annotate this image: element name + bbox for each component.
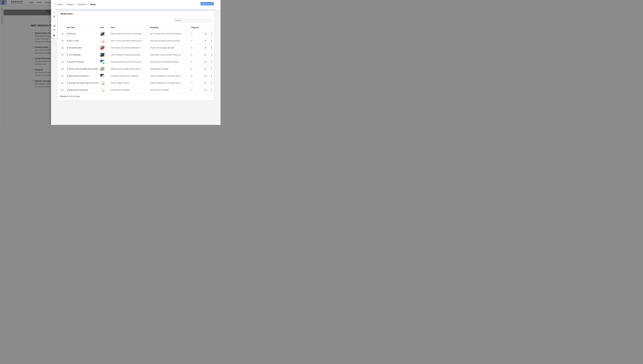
row-titel-cell: Krachtige salestool voor Labelfresh. (111, 75, 150, 77)
publish-website-button[interactable]: publish website (200, 2, 214, 5)
list-title: Contentcreatie (35, 46, 48, 48)
toolbar-divider (52, 23, 56, 23)
foto-thumbnail[interactable] (100, 81, 104, 85)
edit-row-button[interactable] (204, 82, 207, 84)
list-title: Sitegroei (35, 69, 43, 71)
logo-diamond-icon (3, 2, 5, 4)
breakpoint-label: Base - all resolutions (1, 8, 3, 24)
status-dot (67, 68, 68, 70)
nav-item-project[interactable]: Project (29, 2, 34, 3)
status-dot (67, 90, 68, 90)
row-item-title-cell: Media bericht voorbeeld (67, 89, 100, 91)
logo-title: GRAFICA (9, 1, 25, 3)
rows-count-status: Showing 1 to 9 of 9 rows (60, 95, 80, 97)
row-item-title-cell: SEO tips (67, 33, 100, 35)
search-input[interactable] (174, 18, 212, 22)
filter-button[interactable] (52, 28, 57, 32)
close-icon[interactable]: ✕ (53, 2, 57, 6)
breadcrumb-settings[interactable]: Settings (67, 4, 73, 6)
item-title-text: Employer branding (69, 61, 84, 63)
breadcrumb-current-media: Media (90, 4, 96, 6)
foto-thumbnail[interactable] (100, 88, 104, 92)
save-button[interactable] (52, 33, 57, 37)
kebab-menu-icon[interactable] (210, 54, 213, 56)
hero-wedge-shape (45, 10, 51, 15)
row-checkbox-cell (60, 82, 67, 84)
media-items-card: Media Items Item Title Foto Titel Ondert… (58, 10, 214, 100)
pencil-icon (204, 75, 206, 77)
row-checkbox[interactable] (62, 68, 63, 70)
edit-row-button[interactable] (204, 46, 207, 49)
breadcrumb-home[interactable]: Home (58, 4, 63, 6)
row-checkbox[interactable] (62, 47, 63, 49)
column-header-foto: Foto (100, 26, 111, 28)
kebab-menu-icon[interactable] (210, 32, 213, 35)
row-item-title-cell: Ai in marketing (67, 54, 100, 56)
table-row: Employer brandingEmployer branding: hoe … (60, 58, 212, 65)
kebab-menu-icon[interactable] (210, 88, 213, 92)
select-all-button[interactable] (52, 14, 57, 18)
row-item-title-cell: SEO vs SEA (67, 40, 100, 42)
row-checkbox[interactable] (62, 75, 63, 77)
foto-thumbnail[interactable] (100, 60, 104, 64)
table-body: SEO tipsSEO: wat kan je zelf doen en hoe… (60, 30, 212, 94)
foto-thumbnail[interactable] (100, 39, 104, 42)
row-titel-cell: Hoe Grafica met slimme webmodules … (111, 47, 150, 49)
delete-button[interactable] (52, 18, 57, 22)
foto-thumbnail[interactable] (100, 67, 104, 71)
edit-row-button[interactable] (204, 68, 207, 70)
row-titel-cell: Tease. Trigger. Convert. (111, 82, 150, 84)
nav-item-media[interactable]: Media (37, 2, 42, 3)
row-checkbox[interactable] (62, 82, 63, 84)
row-volgorde-cell: 9 (191, 75, 203, 77)
pencil-icon (204, 54, 206, 56)
item-title-text: Waarom print nog altijd indruk maakt in … (69, 68, 100, 70)
row-ondertitel-cell: Tastbaarheid die bijblijft (150, 68, 191, 70)
row-checkbox[interactable] (62, 54, 63, 56)
foto-thumbnail[interactable] (100, 46, 104, 50)
row-volgorde-cell: 7 (191, 82, 203, 84)
foto-thumbnail[interactable] (100, 74, 104, 78)
edit-row-button[interactable] (204, 40, 207, 42)
edit-row-button[interactable] (204, 60, 207, 63)
kebab-menu-icon[interactable] (210, 40, 213, 42)
row-checkbox-cell (60, 33, 67, 34)
foto-thumbnail[interactable] (100, 32, 104, 36)
trash-icon (53, 19, 55, 22)
row-ondertitel-cell: SEO is geen trucje, maar een combinat… (150, 33, 191, 35)
kebab-menu-icon[interactable] (210, 60, 213, 63)
row-volgorde-cell: 8 (191, 89, 203, 91)
breadcrumb-collections[interactable]: Collections (77, 4, 86, 6)
kebab-menu-icon[interactable] (210, 82, 213, 84)
site-logo-mark (0, 0, 7, 5)
foto-thumbnail[interactable] (100, 53, 104, 57)
row-volgorde-cell: 6 (191, 68, 203, 70)
list-title: Mediamodule & FA (35, 32, 52, 34)
row-checkbox[interactable] (62, 40, 63, 42)
list-view-button[interactable] (52, 24, 57, 28)
row-foto-cell (100, 60, 111, 64)
add-item-button[interactable] (52, 10, 57, 14)
row-checkbox[interactable] (62, 33, 63, 34)
table-row: Media bericht voorbeeld 2Krachtige sales… (60, 72, 212, 79)
kebab-menu-icon[interactable] (210, 74, 213, 77)
table-row: Ai in marketingHoe AI design en marketin… (60, 51, 212, 58)
edit-row-button[interactable] (204, 32, 207, 35)
kebab-menu-icon[interactable] (210, 46, 213, 49)
row-actions-cell (203, 40, 213, 42)
select-all-icon (53, 15, 55, 18)
kebab-menu-icon[interactable] (210, 68, 213, 70)
list-title: Google Business & (35, 58, 52, 60)
row-checkbox[interactable] (62, 61, 63, 63)
card-title: Media Items (61, 12, 73, 15)
row-checkbox[interactable] (62, 89, 63, 91)
row-foto-cell (100, 53, 111, 57)
row-volgorde-cell: 3 (191, 47, 203, 49)
column-header-item-title: Item Title (67, 26, 100, 28)
row-actions-cell (203, 68, 213, 70)
row-item-title-cell: Salesbox met video zorgt voor conversie … (67, 82, 100, 84)
edit-row-button[interactable] (204, 88, 207, 92)
edit-row-button[interactable] (204, 54, 207, 56)
edit-row-button[interactable] (204, 74, 207, 77)
chevron-right-icon: › (64, 4, 65, 6)
